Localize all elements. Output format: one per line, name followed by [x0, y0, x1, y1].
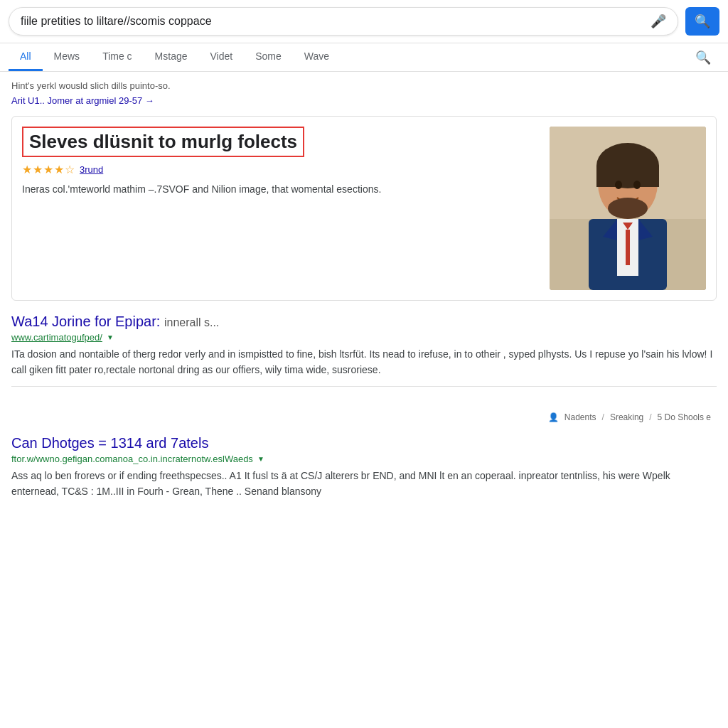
stars-display: ★★★★☆ [22, 163, 75, 176]
result-2-link-extra: innerall s... [164, 316, 219, 328]
mic-icon[interactable]: 🎤 [651, 14, 666, 29]
result-2-link[interactable]: Wa14 Jorine for Epipar: innerall s... [11, 314, 717, 330]
nav-tabs: All Mews Time c Mstage Videt Some Wave 🔍 [0, 43, 728, 72]
svg-rect-4 [596, 166, 659, 187]
footer-part1: Nadents [564, 412, 596, 422]
result-3-url-row: ftor.w/wwno.gefigan.comanoa_co.in.incrat… [11, 454, 717, 464]
result-2-url-row: www.cartimatogufped/ ▼ [11, 332, 717, 343]
result-2-snippet: ITa dosion and nontaible of therg redor … [11, 347, 717, 387]
search-input[interactable] [21, 15, 645, 28]
tab-videt[interactable]: Videt [199, 43, 245, 71]
result-3-url: ftor.w/wwno.gefigan.comanoa_co.in.incrat… [11, 454, 253, 464]
result-1-title: Sleves dlüsnit to murlg folects [29, 131, 297, 153]
result-3-snippet: Ass aq lo ben frorevs or if ending freet… [11, 469, 717, 499]
tab-some[interactable]: Some [244, 43, 293, 71]
svg-rect-11 [626, 230, 630, 265]
search-input-wrapper: 🎤 [9, 7, 678, 36]
nav-search-icon[interactable]: 🔍 [687, 44, 719, 71]
footer-icon: 👤 [548, 412, 559, 422]
result-2-url: www.cartimatogufped/ [11, 332, 102, 343]
url-dropdown-arrow[interactable]: ▼ [107, 333, 114, 341]
svg-point-7 [608, 198, 648, 219]
tab-all[interactable]: All [9, 43, 43, 71]
result-3-link[interactable]: Can Dhotges = 1314 ard 7atels [11, 435, 717, 451]
top-description: Hint's yerkl wousld slich dills puinto-s… [11, 80, 717, 91]
result-item-3: Can Dhotges = 1314 ard 7atels ftor.w/wwn… [11, 435, 717, 499]
breadcrumb-link[interactable]: Arit U1.. Jomer at argmiel 29-57 → [11, 95, 717, 106]
footer-sep2: / [649, 412, 651, 422]
result-card-1: Sleves dlüsnit to murlg folects ★★★★☆ 3r… [11, 116, 717, 301]
result-1-title-box: Sleves dlüsnit to murlg folects [22, 127, 304, 157]
svg-point-6 [633, 181, 641, 189]
result-item-2: Wa14 Jorine for Epipar: innerall s... ww… [11, 314, 717, 397]
result-3-url-arrow[interactable]: ▼ [257, 455, 264, 463]
stars-row: ★★★★☆ 3rund [22, 163, 540, 176]
tab-mews[interactable]: Mews [43, 43, 92, 71]
result-1-snippet: Ineras col.'mteworld mathim –.7SVOF and … [22, 182, 540, 197]
main-content: Hint's yerkl wousld slich dills puinto-s… [0, 72, 728, 508]
footer-part2: Sreaking [610, 412, 643, 422]
tab-timec[interactable]: Time c [91, 43, 143, 71]
footer-sep1: / [602, 412, 604, 422]
result-card-1-content: Sleves dlüsnit to murlg folects ★★★★☆ 3r… [22, 127, 540, 290]
search-button-icon: 🔍 [695, 14, 710, 29]
person-image [550, 127, 706, 290]
search-bar: 🎤 🔍 [0, 0, 728, 43]
tab-mstage[interactable]: Mstage [144, 43, 199, 71]
star-label[interactable]: 3rund [80, 164, 103, 175]
search-button[interactable]: 🔍 [685, 7, 719, 36]
svg-point-5 [615, 181, 622, 189]
footer-info: 👤 Nadents / Sreaking / 5 Do Shools e [11, 410, 717, 429]
result-1-image [550, 127, 706, 290]
tab-wave[interactable]: Wave [293, 43, 341, 71]
footer-part3: 5 Do Shools e [658, 412, 711, 422]
result-2-link-title: Wa14 Jorine for Epipar: [11, 314, 160, 329]
